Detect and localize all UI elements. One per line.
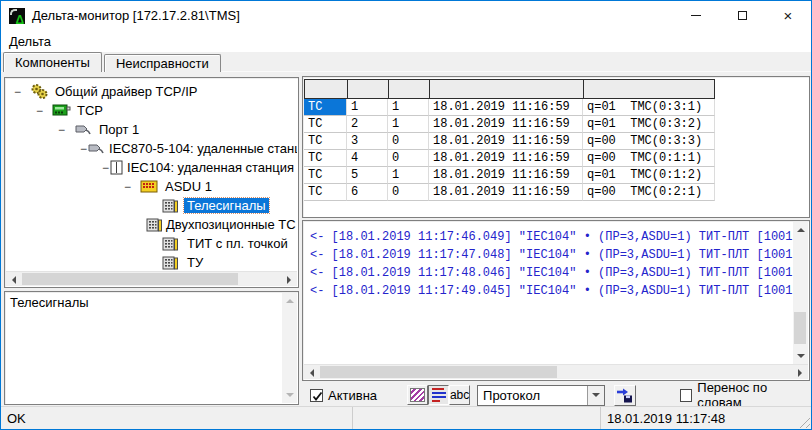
- tree-item[interactable]: −IEC870-5-104: удаленные станции: [6, 139, 297, 158]
- table-cell[interactable]: 18.01.2019 11:16:59: [429, 184, 583, 201]
- minimize-icon: [691, 15, 701, 16]
- tree-item[interactable]: −TCP: [6, 101, 297, 120]
- minimize-button[interactable]: [673, 1, 719, 30]
- table-row[interactable]: TC1118.01.2019 11:16:59q=01 TMC(0:3:1): [304, 99, 715, 116]
- active-checkbox[interactable]: Активна: [310, 388, 377, 403]
- table-cell[interactable]: 18.01.2019 11:16:59: [429, 167, 583, 184]
- scroll-thumb[interactable]: [22, 273, 238, 285]
- table-row[interactable]: TC5118.01.2019 11:16:59q=01 TMC(0:1:2): [304, 167, 715, 184]
- table-cell[interactable]: 0: [388, 133, 429, 150]
- table-cell[interactable]: TC: [304, 133, 347, 150]
- table-cell[interactable]: TC: [304, 150, 347, 167]
- table-cell[interactable]: 5: [347, 167, 388, 184]
- dropdown-button[interactable]: [587, 386, 604, 405]
- tree-collapse-toggle[interactable]: −: [36, 104, 52, 118]
- signals-icon: [162, 256, 184, 270]
- status-message: OK: [1, 407, 353, 429]
- table-cell[interactable]: 1: [388, 99, 429, 116]
- app-icon: Δ: [9, 8, 25, 24]
- tree-collapse-toggle[interactable]: −: [102, 161, 109, 175]
- chevron-down-icon: [592, 393, 600, 401]
- log-vertical-scrollbar[interactable]: [793, 222, 808, 364]
- scroll-up-button[interactable]: [282, 293, 297, 308]
- table-cell[interactable]: q=00 TMC(0:3:3): [583, 133, 715, 150]
- scroll-left-button[interactable]: [304, 365, 319, 380]
- scroll-thumb[interactable]: [320, 366, 557, 378]
- table-cell[interactable]: TC: [304, 184, 347, 201]
- tree-collapse-toggle[interactable]: −: [124, 180, 140, 194]
- tree-item[interactable]: ТУ: [6, 253, 297, 271]
- table-header-cell[interactable]: [304, 79, 347, 99]
- table-cell[interactable]: q=00 TMC(0:2:1): [583, 184, 715, 201]
- tab-faults[interactable]: Неисправности: [104, 54, 221, 72]
- scroll-down-button[interactable]: [282, 388, 297, 403]
- close-button[interactable]: ×: [765, 1, 811, 30]
- table-cell[interactable]: 18.01.2019 11:16:59: [429, 116, 583, 133]
- scroll-up-button[interactable]: [793, 222, 808, 237]
- table-header-cell[interactable]: [388, 79, 429, 99]
- table-cell[interactable]: TC: [304, 99, 347, 116]
- tree-item[interactable]: −Общий драйвер TCP/IP: [6, 82, 297, 101]
- background-pattern-button[interactable]: [407, 385, 428, 405]
- resize-grip[interactable]: [797, 415, 810, 428]
- description-scrollbar[interactable]: [282, 293, 297, 403]
- tree-item[interactable]: Телесигналы: [6, 196, 297, 215]
- table-cell[interactable]: 18.01.2019 11:16:59: [429, 150, 583, 167]
- tree-item[interactable]: −Порт 1: [6, 120, 297, 139]
- table-header-cell[interactable]: [583, 79, 715, 99]
- table-row[interactable]: TC6018.01.2019 11:16:59q=00 TMC(0:2:1): [304, 184, 715, 201]
- maximize-button[interactable]: [719, 1, 765, 30]
- table-header-cell[interactable]: [429, 79, 583, 99]
- tab-components[interactable]: Компоненты: [3, 52, 102, 72]
- table-cell[interactable]: 0: [388, 150, 429, 167]
- table-cell[interactable]: 6: [347, 184, 388, 201]
- table-cell[interactable]: 0: [388, 184, 429, 201]
- tree-collapse-toggle[interactable]: −: [14, 85, 30, 99]
- table-cell[interactable]: q=01 TMC(0:1:2): [583, 167, 715, 184]
- table-cell[interactable]: 2: [347, 116, 388, 133]
- close-icon: ×: [784, 8, 793, 23]
- tree-collapse-toggle[interactable]: −: [80, 142, 87, 156]
- tree-item[interactable]: Двухпозиционные ТС: [6, 215, 297, 234]
- scroll-left-button[interactable]: [6, 272, 21, 287]
- log-line: <- [18.01.2019 11:17:47.048] "IEC104" • …: [310, 246, 793, 264]
- scroll-right-button[interactable]: [282, 272, 297, 287]
- menu-delta[interactable]: Дельта: [1, 32, 59, 51]
- table-cell[interactable]: 18.01.2019 11:16:59: [429, 133, 583, 150]
- colored-lines-button[interactable]: [428, 385, 449, 405]
- table-cell[interactable]: TC: [304, 116, 347, 133]
- protocol-dropdown[interactable]: Протокол: [477, 385, 605, 406]
- tree-item-label: IEC870-5-104: удаленные станции: [106, 141, 297, 156]
- tree-item-label: TCP: [74, 103, 106, 118]
- table-header-cell[interactable]: [347, 79, 388, 99]
- arrow-down-icon: [286, 393, 294, 401]
- status-bar: OK 18.01.2019 11:17:48: [1, 406, 811, 429]
- table-cell[interactable]: 4: [347, 150, 388, 167]
- table-cell[interactable]: q=01 TMC(0:3:2): [583, 116, 715, 133]
- table-cell[interactable]: q=00 TMC(0:1:1): [583, 150, 715, 167]
- log-horizontal-scrollbar[interactable]: [304, 364, 808, 379]
- table-cell[interactable]: 1: [388, 116, 429, 133]
- abc-text-button[interactable]: abc: [449, 385, 470, 405]
- table-cell[interactable]: 1: [388, 167, 429, 184]
- protocol-dropdown-value: Протокол: [478, 388, 587, 403]
- abc-label: abc: [450, 389, 469, 401]
- table-cell[interactable]: q=01 TMC(0:3:1): [583, 99, 715, 116]
- scroll-thumb[interactable]: [794, 312, 806, 344]
- table-cell[interactable]: TC: [304, 167, 347, 184]
- table-cell[interactable]: 3: [347, 133, 388, 150]
- table-cell[interactable]: 18.01.2019 11:16:59: [429, 99, 583, 116]
- tree-item[interactable]: −IEC104: удаленная станция: [6, 158, 297, 177]
- table-cell[interactable]: 1: [347, 99, 388, 116]
- table-row[interactable]: TC4018.01.2019 11:16:59q=00 TMC(0:1:1): [304, 150, 715, 167]
- tree-horizontal-scrollbar[interactable]: [6, 271, 297, 286]
- tree-collapse-toggle[interactable]: −: [58, 123, 74, 137]
- scroll-down-button[interactable]: [793, 349, 808, 364]
- tree-item[interactable]: −ASDU 1: [6, 177, 297, 196]
- save-log-button[interactable]: [614, 385, 636, 406]
- table-row[interactable]: TC3018.01.2019 11:16:59q=00 TMC(0:3:3): [304, 133, 715, 150]
- scroll-right-button[interactable]: [793, 365, 808, 380]
- tree-item[interactable]: ТИТ с пл. точкой: [6, 234, 297, 253]
- table-row[interactable]: TC2118.01.2019 11:16:59q=01 TMC(0:3:2): [304, 116, 715, 133]
- status-datetime: 18.01.2019 11:17:48: [607, 411, 725, 426]
